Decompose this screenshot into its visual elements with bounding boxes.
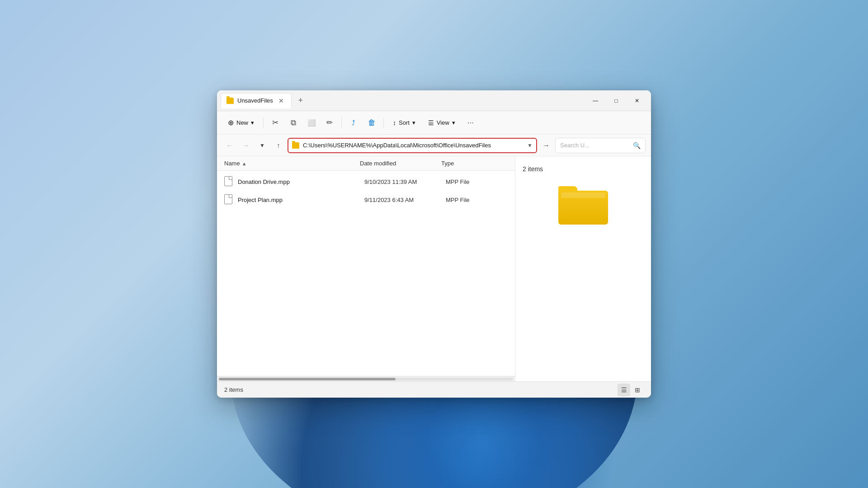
preview-folder-icon <box>558 186 608 227</box>
file-date-2: 9/11/2023 6:43 AM <box>364 197 446 203</box>
cut-button[interactable]: ✂ <box>267 115 283 131</box>
paste-button[interactable]: ⬜ <box>303 115 320 131</box>
sort-asc-icon: ▲ <box>242 161 247 166</box>
file-pane: Name ▲ Date modified Type Donation Drive… <box>217 156 515 381</box>
address-chevron-icon: ▼ <box>527 142 533 149</box>
sort-label: Sort <box>399 119 410 126</box>
search-box[interactable]: Search U... 🔍 <box>555 138 646 153</box>
more-options-button[interactable]: ··· <box>462 115 479 131</box>
grid-view-button[interactable]: ⊞ <box>631 384 644 396</box>
file-name-2: Project Plan.mpp <box>238 197 364 203</box>
address-folder-icon <box>292 142 299 149</box>
delete-icon: 🗑 <box>368 118 376 127</box>
file-list-header: Name ▲ Date modified Type <box>217 156 515 171</box>
separator-3 <box>383 117 384 128</box>
rename-icon: ✏ <box>326 118 333 127</box>
file-type-1: MPP File <box>446 178 470 185</box>
share-button[interactable]: ⤴ <box>345 115 362 131</box>
more-icon: ··· <box>467 118 474 127</box>
rename-button[interactable]: ✏ <box>321 115 338 131</box>
titlebar: UnsavedFiles ✕ + — □ ✕ <box>217 90 651 111</box>
address-path: C:\Users\%USERNAME%\AppData\Local\Micros… <box>303 142 524 149</box>
new-tab-button[interactable]: + <box>293 94 308 108</box>
up-button[interactable]: ↑ <box>271 138 286 153</box>
new-label: New <box>236 119 248 126</box>
toolbar: ⊕ New ▾ ✂ ⧉ ⬜ ✏ ⤴ 🗑 ↕ Sort ▾ <box>217 111 651 135</box>
addressbar-row: ← → ▼ ↑ C:\Users\%USERNAME%\AppData\Loca… <box>217 135 651 156</box>
content-area: Name ▲ Date modified Type Donation Drive… <box>217 156 651 381</box>
view-label: View <box>437 119 449 126</box>
view-icon: ☰ <box>428 119 434 127</box>
minimize-button[interactable]: — <box>585 94 606 108</box>
tab-folder-icon <box>226 98 234 104</box>
tab-title: UnsavedFiles <box>237 97 273 104</box>
view-button[interactable]: ☰ View ▾ <box>423 117 461 129</box>
file-name-1: Donation Drive.mpp <box>238 178 364 185</box>
folder-body <box>558 191 608 225</box>
forward-button[interactable]: → <box>239 138 253 153</box>
sort-button[interactable]: ↕ Sort ▾ <box>387 117 421 129</box>
new-chevron: ▾ <box>251 119 254 126</box>
cut-icon: ✂ <box>272 118 278 127</box>
view-toggle: ☰ ⊞ <box>618 384 644 396</box>
view-chevron: ▾ <box>452 119 455 126</box>
close-button[interactable]: ✕ <box>627 94 647 108</box>
paste-icon: ⬜ <box>307 119 316 127</box>
preview-item-count: 2 items <box>523 165 543 173</box>
copy-button[interactable]: ⧉ <box>285 115 302 131</box>
titlebar-tabs: UnsavedFiles ✕ + <box>221 93 585 108</box>
file-explorer-window: UnsavedFiles ✕ + — □ ✕ ⊕ New ▾ ✂ ⧉ ⬜ ✏ <box>217 90 651 398</box>
new-icon: ⊕ <box>228 118 234 127</box>
file-list: Donation Drive.mpp 9/10/2023 11:39 AM MP… <box>217 171 515 376</box>
col-date-header[interactable]: Date modified <box>360 160 441 167</box>
tab-close-button[interactable]: ✕ <box>277 96 286 105</box>
back-button[interactable]: ← <box>222 138 237 153</box>
preview-pane: 2 items <box>515 156 651 381</box>
file-icon-2 <box>224 194 233 205</box>
horizontal-scrollbar[interactable] <box>217 376 515 381</box>
file-row[interactable]: Project Plan.mpp 9/11/2023 6:43 AM MPP F… <box>217 191 515 209</box>
file-type-2: MPP File <box>446 197 470 203</box>
statusbar-item-count: 2 items <box>224 386 243 393</box>
recent-locations-button[interactable]: ▼ <box>255 138 269 153</box>
file-date-1: 9/10/2023 11:39 AM <box>364 178 446 185</box>
statusbar: 2 items ☰ ⊞ <box>217 381 651 398</box>
col-type-header[interactable]: Type <box>441 160 454 167</box>
separator-1 <box>263 117 264 128</box>
address-go-button[interactable]: → <box>539 138 553 153</box>
sort-icon: ↕ <box>393 119 396 127</box>
window-controls: — □ ✕ <box>585 94 647 108</box>
new-button[interactable]: ⊕ New ▾ <box>222 116 259 130</box>
address-bar[interactable]: C:\Users\%USERNAME%\AppData\Local\Micros… <box>288 138 537 153</box>
separator-2 <box>341 117 342 128</box>
share-icon: ⤴ <box>352 119 355 127</box>
list-view-button[interactable]: ☰ <box>618 384 630 396</box>
active-tab[interactable]: UnsavedFiles ✕ <box>221 93 292 108</box>
search-icon: 🔍 <box>633 142 641 149</box>
file-row[interactable]: Donation Drive.mpp 9/10/2023 11:39 AM MP… <box>217 173 515 191</box>
maximize-button[interactable]: □ <box>606 94 627 108</box>
sort-chevron: ▾ <box>412 119 415 126</box>
delete-button[interactable]: 🗑 <box>363 115 380 131</box>
scrollbar-thumb[interactable] <box>219 378 396 380</box>
file-icon-1 <box>224 176 233 187</box>
col-name-header[interactable]: Name ▲ <box>224 160 360 167</box>
search-placeholder: Search U... <box>560 142 630 149</box>
copy-icon: ⧉ <box>291 118 296 127</box>
scrollbar-track <box>219 378 513 380</box>
